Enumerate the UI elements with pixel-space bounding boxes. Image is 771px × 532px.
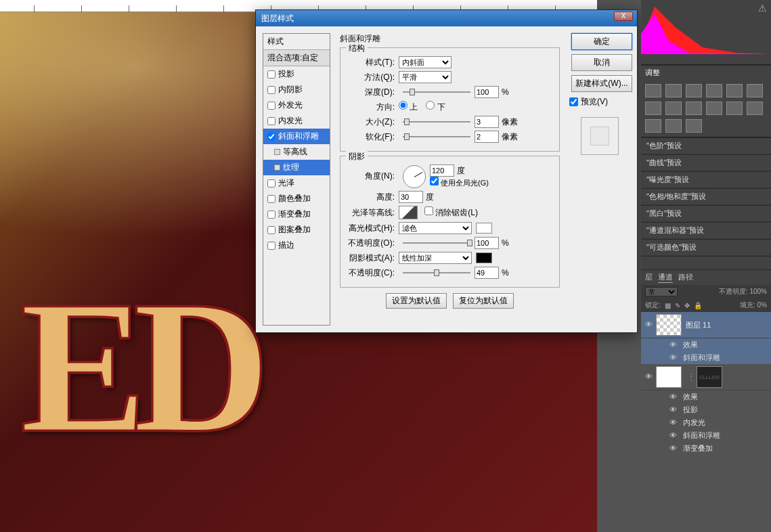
highlight-opacity-input[interactable] xyxy=(475,237,499,249)
new-style-button[interactable]: 新建样式(W)... xyxy=(571,75,632,92)
shadow-opacity-input[interactable] xyxy=(475,267,499,279)
soften-input[interactable] xyxy=(475,131,499,143)
effect-item-斜面和浮雕[interactable]: 斜面和浮雕 xyxy=(263,129,330,144)
technique-select[interactable]: 平滑 xyxy=(399,71,451,83)
shadow-mode-label: 阴影模式(A): xyxy=(346,252,399,264)
preview-check[interactable]: 预览(V) xyxy=(569,96,630,108)
link-icon[interactable]: ⋮ xyxy=(686,366,697,388)
dialog-actions: 确定 取消 新建样式(W)... 预览(V) xyxy=(569,33,630,326)
shading-group: 阴影 角度(N):度 使用全局光(G) 高度:度 光泽等高线: 消除锯齿(L) … xyxy=(340,156,560,288)
lock-all-icon[interactable]: 🔒 xyxy=(694,302,702,309)
exposure-icon[interactable] xyxy=(706,84,722,97)
layer-mask-thumbnail[interactable]: CLLLED xyxy=(697,366,722,388)
curves-icon[interactable] xyxy=(686,84,702,97)
effect-item-描边[interactable]: 描边 xyxy=(263,238,330,253)
close-icon[interactable]: X xyxy=(614,12,633,21)
dialog-titlebar[interactable]: 图层样式 X xyxy=(256,10,637,26)
effect-item-光泽[interactable]: 光泽 xyxy=(263,175,330,191)
shadow-mode-select[interactable]: 线性加深 xyxy=(399,252,472,264)
effect-item-图案叠加[interactable]: 图案叠加 xyxy=(263,222,330,238)
opacity-value[interactable]: 100% xyxy=(749,288,767,295)
style-select[interactable]: 内斜面 xyxy=(399,56,451,68)
antialias-check[interactable]: 消除锯齿(L) xyxy=(424,208,478,217)
levels-icon[interactable] xyxy=(665,84,682,97)
fx-grad-row[interactable]: 👁渐变叠加 xyxy=(641,442,771,455)
angle-dial[interactable] xyxy=(403,165,426,188)
altitude-input[interactable] xyxy=(399,191,423,203)
tab-channels[interactable]: 通道 xyxy=(658,272,673,283)
fx-inner-row[interactable]: 👁内发光 xyxy=(641,416,771,429)
ok-button[interactable]: 确定 xyxy=(571,33,632,50)
artwork-text: ED xyxy=(20,257,257,476)
layer-row[interactable]: 👁 图层 11 xyxy=(641,312,771,338)
tab-layers[interactable]: 层 xyxy=(645,272,653,283)
preset-row[interactable]: "曝光度"预设 xyxy=(641,171,771,188)
fx-bevel-row[interactable]: 👁斜面和浮雕 xyxy=(641,351,771,364)
lock-transparency-icon[interactable]: ▦ xyxy=(665,302,671,309)
highlight-color-swatch[interactable] xyxy=(476,223,492,234)
layer-thumbnail[interactable] xyxy=(656,314,682,336)
blend-mode-select[interactable]: 常 xyxy=(645,287,678,296)
layer-name[interactable]: 图层 11 xyxy=(686,320,711,330)
highlight-mode-select[interactable]: 滤色 xyxy=(399,222,472,234)
preset-row[interactable]: "色相/饱和度"预设 xyxy=(641,188,771,205)
styles-header[interactable]: 样式 xyxy=(263,34,330,50)
depth-slider[interactable] xyxy=(403,87,470,97)
gloss-contour-swatch[interactable] xyxy=(399,206,418,219)
gradient-map-icon[interactable] xyxy=(665,119,682,133)
effect-item-内阴影[interactable]: 内阴影 xyxy=(263,82,330,97)
threshold-icon[interactable] xyxy=(645,119,661,133)
size-slider[interactable] xyxy=(403,117,470,127)
lock-paint-icon[interactable]: ✎ xyxy=(675,302,680,309)
effect-item-颜色叠加[interactable]: 颜色叠加 xyxy=(263,191,330,206)
dir-down-radio[interactable]: 下 xyxy=(426,101,445,113)
invert-icon[interactable] xyxy=(726,102,743,115)
blend-options-header[interactable]: 混合选项:自定 xyxy=(263,50,330,66)
preset-row[interactable]: "黑白"预设 xyxy=(641,205,771,222)
photo-filter-icon[interactable] xyxy=(686,102,702,115)
cancel-button[interactable]: 取消 xyxy=(571,54,632,71)
depth-input[interactable] xyxy=(475,86,499,98)
layer-row[interactable]: 👁 ⋮ CLLLED xyxy=(641,364,771,391)
hue-sat-icon[interactable] xyxy=(747,84,763,97)
channel-mixer-icon[interactable] xyxy=(706,102,722,115)
size-input[interactable] xyxy=(475,116,499,128)
effect-item-内发光[interactable]: 内发光 xyxy=(263,113,330,129)
dir-up-radio[interactable]: 上 xyxy=(399,101,418,113)
layer-thumbnail[interactable] xyxy=(656,366,682,388)
shadow-opacity-slider[interactable] xyxy=(403,268,470,278)
layers-tabs: 层 通道 路径 xyxy=(641,269,771,285)
effect-item-渐变叠加[interactable]: 渐变叠加 xyxy=(263,206,330,222)
highlight-opacity-slider[interactable] xyxy=(403,238,470,248)
fx-drop-row[interactable]: 👁投影 xyxy=(641,403,771,416)
posterize-icon[interactable] xyxy=(747,102,763,115)
visibility-icon[interactable]: 👁 xyxy=(644,320,653,330)
fill-value[interactable]: 0% xyxy=(757,301,767,309)
shadow-color-swatch[interactable] xyxy=(476,252,492,263)
vibrance-icon[interactable] xyxy=(726,84,743,97)
effect-item-等高线[interactable]: 等高线 xyxy=(263,144,330,160)
set-default-button[interactable]: 设置为默认值 xyxy=(386,293,447,309)
fx-row[interactable]: 👁效果 xyxy=(641,338,771,351)
fx-bevel-row[interactable]: 👁斜面和浮雕 xyxy=(641,429,771,442)
preset-row[interactable]: "曲线"预设 xyxy=(641,154,771,171)
global-light-check[interactable]: 使用全局光(G) xyxy=(430,179,489,187)
fx-row[interactable]: 👁效果 xyxy=(641,391,771,403)
selective-color-icon[interactable] xyxy=(686,119,702,133)
bw-icon[interactable] xyxy=(665,102,682,115)
effect-item-纹理[interactable]: 纹理 xyxy=(263,160,330,175)
warning-icon[interactable]: ⚠ xyxy=(758,3,767,14)
effect-item-外发光[interactable]: 外发光 xyxy=(263,97,330,113)
tab-paths[interactable]: 路径 xyxy=(678,272,693,283)
brightness-icon[interactable] xyxy=(645,84,661,97)
soften-slider[interactable] xyxy=(403,132,470,141)
angle-input[interactable] xyxy=(430,164,454,177)
lock-position-icon[interactable]: ✥ xyxy=(684,302,690,309)
effect-item-投影[interactable]: 投影 xyxy=(263,66,330,82)
preset-row[interactable]: "色阶"预设 xyxy=(641,137,771,154)
reset-default-button[interactable]: 复位为默认值 xyxy=(453,293,514,309)
color-balance-icon[interactable] xyxy=(645,102,661,115)
visibility-icon[interactable]: 👁 xyxy=(644,372,653,382)
preset-row[interactable]: "通道混和器"预设 xyxy=(641,222,771,239)
preset-row[interactable]: "可选颜色"预设 xyxy=(641,239,771,256)
